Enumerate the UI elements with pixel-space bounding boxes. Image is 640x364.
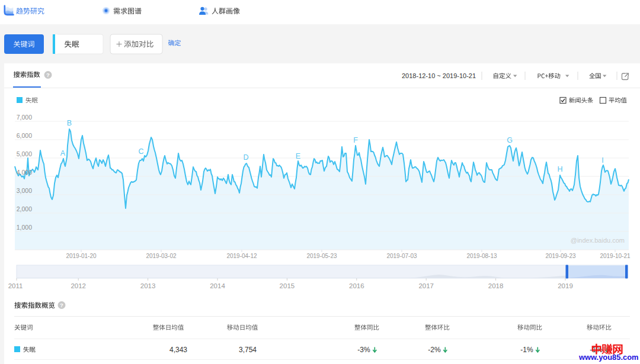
- svg-text:?: ?: [46, 72, 50, 78]
- svg-text:E: E: [296, 152, 300, 160]
- svg-text:1,000: 1,000: [17, 224, 32, 231]
- svg-text:5,000: 5,000: [17, 150, 32, 157]
- svg-text:B: B: [67, 119, 72, 127]
- svg-text:-1%: -1%: [520, 346, 533, 354]
- svg-text:www.you85.com: www.you85.com: [578, 353, 639, 362]
- svg-text:2019-03-02: 2019-03-02: [146, 253, 177, 259]
- svg-text:D: D: [243, 153, 248, 162]
- svg-text:6,000: 6,000: [17, 132, 32, 139]
- svg-text:4,343: 4,343: [169, 346, 187, 354]
- svg-text:2019-10-21: 2019-10-21: [600, 253, 631, 259]
- svg-text:2013: 2013: [140, 282, 156, 289]
- svg-text:2012: 2012: [71, 282, 86, 289]
- svg-text:2015: 2015: [280, 282, 295, 289]
- svg-text:2019-09-23: 2019-09-23: [545, 253, 576, 259]
- svg-text:2019-08-13: 2019-08-13: [466, 253, 497, 259]
- svg-text:-2%: -2%: [428, 346, 441, 354]
- svg-text:2019: 2019: [558, 282, 573, 289]
- svg-text:2016: 2016: [349, 282, 364, 289]
- svg-text:2019-05-23: 2019-05-23: [306, 253, 337, 259]
- svg-text:2019-07-03: 2019-07-03: [386, 253, 417, 259]
- svg-text:H: H: [557, 165, 562, 173]
- svg-text:2019-01-20: 2019-01-20: [66, 253, 97, 259]
- svg-text:A: A: [60, 149, 66, 157]
- svg-text:-3%: -3%: [357, 346, 370, 354]
- svg-text:?: ?: [60, 302, 63, 308]
- svg-text:2011: 2011: [8, 282, 23, 289]
- svg-text:2014: 2014: [210, 282, 225, 289]
- svg-text:4,000: 4,000: [17, 169, 32, 176]
- svg-text:3,000: 3,000: [17, 187, 32, 194]
- svg-text:2018-12-10 ~ 2019-10-21: 2018-12-10 ~ 2019-10-21: [402, 72, 476, 79]
- svg-text:C: C: [138, 147, 143, 156]
- svg-text:2017: 2017: [418, 282, 434, 289]
- svg-text:G: G: [507, 136, 513, 144]
- svg-text:@index.baidu.com: @index.baidu.com: [571, 237, 625, 244]
- svg-text:F: F: [353, 136, 358, 144]
- svg-text:7,000: 7,000: [17, 114, 32, 121]
- svg-text:2018: 2018: [488, 282, 504, 289]
- svg-text:I: I: [601, 156, 603, 165]
- svg-text:2019-04-12: 2019-04-12: [226, 253, 257, 259]
- svg-text:3,754: 3,754: [239, 346, 257, 354]
- svg-text:2,000: 2,000: [17, 205, 32, 212]
